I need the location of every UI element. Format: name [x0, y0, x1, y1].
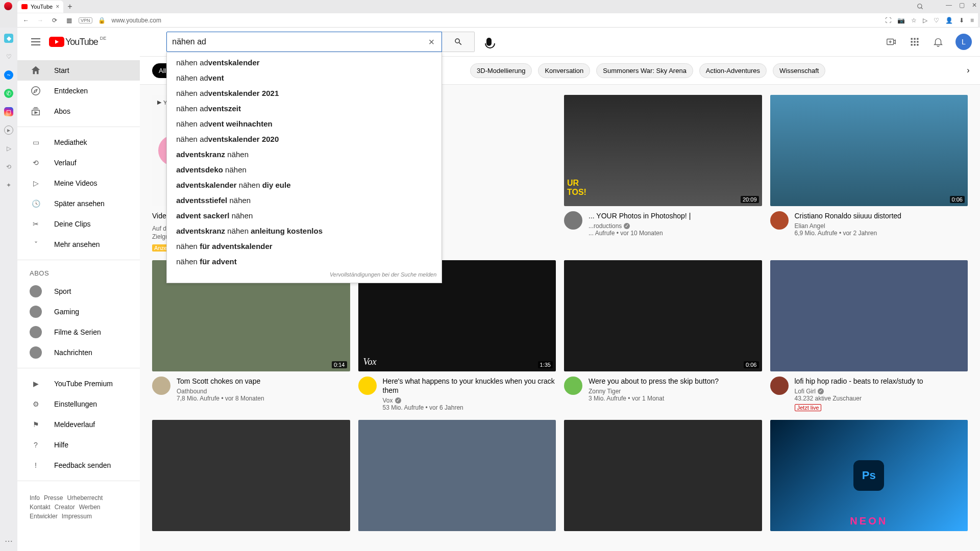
sidebar-item-start[interactable]: Start	[17, 60, 140, 81]
instagram-icon[interactable]: ◻	[4, 107, 13, 116]
bookmarks-icon[interactable]: ♡	[4, 52, 13, 61]
chips-scroll-right-icon[interactable]: ›	[961, 63, 976, 78]
download-icon[interactable]: ⬇	[959, 17, 964, 24]
video-card[interactable]	[152, 420, 350, 531]
search-suggestion[interactable]: nähen adventskalender	[167, 55, 442, 70]
sidebar-item-premium[interactable]: ▶YouTube Premium	[17, 373, 140, 394]
search-suggestion[interactable]: nähen advent weihnachten	[167, 116, 442, 132]
search-suggestion[interactable]: nähen adventszeit	[167, 101, 442, 116]
video-channel[interactable]: Elian Angel	[795, 222, 968, 230]
search-suggestion[interactable]: adventsdeko nähen	[167, 162, 442, 178]
nav-forward-icon[interactable]: →	[36, 17, 45, 24]
easy-setup-icon[interactable]: ≡	[970, 17, 974, 24]
search-suggestion[interactable]: nähen adventskalender 2020	[167, 132, 442, 147]
sidebar-item-clips[interactable]: ✂Deine Clips	[17, 214, 140, 234]
video-card[interactable]: 0:06 Cristiano Ronaldo siiuuu distorted …	[770, 95, 968, 252]
history-icon[interactable]: ⟲	[4, 162, 13, 171]
sidebar-item-meldeverlauf[interactable]: ⚑Meldeverlauf	[17, 414, 140, 435]
search-clear-icon[interactable]: ×	[427, 36, 437, 48]
search-suggestion[interactable]: adventsstiefel nähen	[167, 193, 442, 208]
video-card[interactable]: 20:09 ... YOUR Photos in Photoshop! | ..…	[564, 95, 762, 252]
search-suggestion[interactable]: adventskranz nähen	[167, 147, 442, 162]
profile-icon[interactable]: 👤	[945, 17, 953, 24]
sidebar-item-filme[interactable]: Filme & Serien	[17, 322, 140, 342]
channel-avatar[interactable]	[564, 211, 582, 230]
tab-close-icon[interactable]: ×	[56, 3, 59, 10]
search-suggestion[interactable]: nähen adventskalender 2021	[167, 86, 442, 101]
video-channel[interactable]: Vox✓	[383, 397, 556, 404]
crop-icon[interactable]: ⛶	[885, 17, 891, 24]
nav-reload-icon[interactable]: ⟳	[50, 17, 59, 24]
search-suggestion[interactable]: nähen advent	[167, 70, 442, 86]
sidebar-item-mediathek[interactable]: ▭Mediathek	[17, 132, 140, 153]
opera-logo-icon[interactable]	[4, 2, 12, 10]
window-close-icon[interactable]: ✕	[972, 2, 977, 9]
filter-chip[interactable]: Summoners War: Sky Arena	[596, 63, 693, 78]
send-icon[interactable]: ▷	[923, 17, 927, 24]
channel-avatar[interactable]	[564, 377, 582, 395]
personal-news-icon[interactable]: ✦	[4, 181, 13, 190]
footer-link[interactable]: Impressum	[62, 513, 92, 520]
search-suggestion[interactable]: adventskranz nähen anleitung kostenlos	[167, 223, 442, 239]
video-card[interactable]: 0:06Were you about to press the skip but…	[564, 260, 762, 412]
youtube-logo[interactable]: YouTube DE	[49, 37, 105, 47]
sidebar-item-mehr[interactable]: ˅Mehr ansehen	[17, 234, 140, 255]
channel-avatar[interactable]	[152, 377, 170, 395]
sidebar-item-feedback[interactable]: !Feedback senden	[17, 455, 140, 475]
browser-tab[interactable]: YouTube ×	[17, 1, 63, 13]
voice-search-button[interactable]	[479, 32, 499, 52]
sidebar-more-icon[interactable]: ⋯	[5, 536, 13, 546]
address-bar[interactable]: www.youtube.com	[112, 17, 880, 24]
video-card[interactable]: PsNEON	[770, 420, 968, 531]
window-minimize-icon[interactable]: ―	[946, 2, 952, 9]
browser-search-icon[interactable]	[917, 3, 924, 10]
sidebar-item-entdecken[interactable]: Entdecken	[17, 81, 140, 101]
apps-grid-icon[interactable]	[909, 36, 921, 48]
channel-avatar[interactable]	[770, 211, 789, 230]
lock-icon[interactable]: 🔒	[97, 17, 107, 24]
search-input[interactable]	[172, 37, 426, 46]
sidebar-item-spaeter[interactable]: 🕓Später ansehen	[17, 193, 140, 214]
sidebar-item-abos[interactable]: Abos	[17, 101, 140, 121]
search-suggestion[interactable]: advent sackerl nähen	[167, 208, 442, 223]
nav-back-icon[interactable]: ←	[21, 17, 31, 24]
footer-link[interactable]: Entwickler	[30, 513, 58, 520]
search-button[interactable]	[442, 32, 475, 52]
footer-link[interactable]: Presse	[44, 494, 63, 502]
footer-link[interactable]: Urheberrecht	[67, 494, 103, 502]
video-channel[interactable]: Lofi Girl✓	[795, 388, 968, 395]
sidebar-item-verlauf[interactable]: ⟲Verlauf	[17, 153, 140, 173]
search-suggestion[interactable]: nähen für adventskalender	[167, 239, 442, 254]
sidebar-item-hilfe[interactable]: ?Hilfe	[17, 435, 140, 455]
video-card[interactable]: lofi hip hop radio - beats to relax/stud…	[770, 260, 968, 412]
report-suggestions-link[interactable]: Vervollständigungen bei der Suche melden	[167, 269, 442, 280]
video-channel[interactable]: ...roductions✓	[589, 222, 762, 230]
search-suggestion[interactable]: adventskalender nähen diy eule	[167, 178, 442, 193]
sidebar-item-einstellungen[interactable]: ⚙Einstellungen	[17, 394, 140, 414]
speed-dial-icon[interactable]: ▦	[64, 17, 74, 24]
search-suggestion[interactable]: nähen für advent	[167, 254, 442, 269]
flow-icon[interactable]: ▷	[4, 144, 13, 153]
footer-link[interactable]: Info	[30, 494, 40, 502]
filter-chip[interactable]: Wissenschaft	[773, 63, 825, 78]
create-icon[interactable]	[885, 36, 897, 48]
video-channel[interactable]: Oathbound	[177, 388, 350, 395]
channel-avatar[interactable]	[358, 377, 377, 395]
sidebar-item-gaming[interactable]: Gaming	[17, 302, 140, 322]
video-card[interactable]	[358, 420, 556, 531]
messenger-icon[interactable]: ~	[4, 70, 13, 80]
speed-dial-icon[interactable]: ◆	[4, 34, 13, 43]
filter-chip[interactable]: 3D-Modellierung	[470, 63, 532, 78]
channel-avatar[interactable]	[770, 377, 789, 395]
hamburger-menu-button[interactable]	[26, 32, 46, 52]
vpn-badge[interactable]: VPN	[79, 17, 92, 23]
whatsapp-icon[interactable]: ✆	[4, 89, 13, 98]
search-box[interactable]: ×	[166, 32, 442, 52]
camera-icon[interactable]: 📷	[897, 17, 905, 24]
video-card[interactable]	[564, 420, 762, 531]
player-icon[interactable]: ▸	[4, 126, 13, 135]
window-maximize-icon[interactable]: ▢	[959, 2, 965, 9]
bookmark-icon[interactable]: ☆	[911, 17, 917, 24]
filter-chip[interactable]: Konversation	[538, 63, 590, 78]
video-channel[interactable]: Zonny Tiger	[589, 388, 762, 395]
